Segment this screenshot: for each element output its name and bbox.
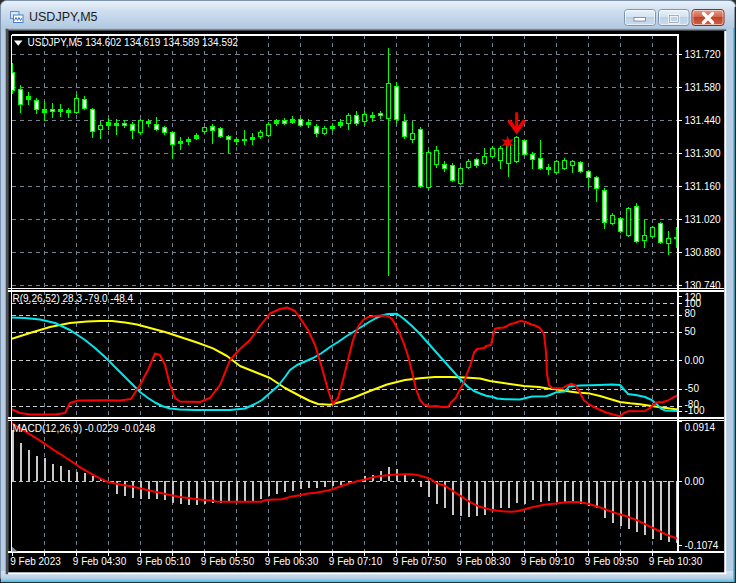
svg-text:9 Feb 10:30: 9 Feb 10:30 <box>649 556 703 567</box>
svg-text:9 Feb 04:30: 9 Feb 04:30 <box>73 556 127 567</box>
svg-text:9 Feb 07:50: 9 Feb 07:50 <box>393 556 447 567</box>
svg-text:131.160: 131.160 <box>685 181 722 192</box>
svg-text:R(9,26,52) 28.3 -79.0 -48.4: R(9,26,52) 28.3 -79.0 -48.4 <box>13 293 134 304</box>
svg-text:9 Feb 05:10: 9 Feb 05:10 <box>137 556 191 567</box>
svg-text:-100: -100 <box>685 405 705 416</box>
svg-text:130.880: 130.880 <box>685 247 722 258</box>
svg-text:USDJPY,M5: USDJPY,M5 <box>28 37 83 48</box>
svg-text:0.00: 0.00 <box>685 355 705 366</box>
svg-text:131.580: 131.580 <box>685 82 722 93</box>
svg-text:MACD(12,26,9) -0.0229 -0.0248: MACD(12,26,9) -0.0229 -0.0248 <box>13 423 156 434</box>
svg-text:134.602 134.619 134.589 134.59: 134.602 134.619 134.589 134.592 <box>85 37 238 48</box>
svg-text:0.0914: 0.0914 <box>685 422 716 433</box>
svg-text:131.020: 131.020 <box>685 214 722 225</box>
svg-text:50: 50 <box>685 326 697 337</box>
svg-text:130.740: 130.740 <box>685 280 722 291</box>
svg-text:80: 80 <box>685 308 697 319</box>
svg-text:-50: -50 <box>685 383 700 394</box>
svg-text:9 Feb 2023: 9 Feb 2023 <box>10 556 61 567</box>
svg-text:9 Feb 09:10: 9 Feb 09:10 <box>521 556 575 567</box>
svg-text:131.440: 131.440 <box>685 115 722 126</box>
svg-text:131.300: 131.300 <box>685 148 722 159</box>
svg-text:0.00: 0.00 <box>685 476 705 487</box>
svg-text:USDJPY,M5: USDJPY,M5 <box>29 10 98 24</box>
svg-text:-0.1074: -0.1074 <box>685 540 719 551</box>
svg-text:9 Feb 05:50: 9 Feb 05:50 <box>201 556 255 567</box>
svg-text:9 Feb 06:30: 9 Feb 06:30 <box>265 556 319 567</box>
svg-text:131.720: 131.720 <box>685 49 722 60</box>
svg-text:9 Feb 07:10: 9 Feb 07:10 <box>329 556 383 567</box>
svg-text:9 Feb 09:50: 9 Feb 09:50 <box>585 556 639 567</box>
svg-text:9 Feb 08:30: 9 Feb 08:30 <box>457 556 511 567</box>
